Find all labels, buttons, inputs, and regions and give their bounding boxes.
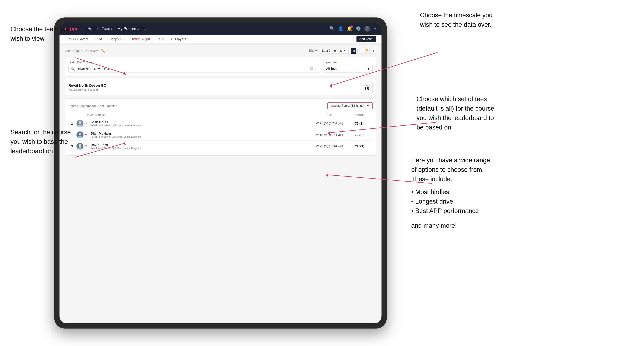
navbar-link-my-performance[interactable]: My Performance — [118, 26, 146, 31]
avatar — [76, 143, 84, 150]
time-period-dropdown[interactable]: Last 3 months ▼ — [320, 48, 348, 54]
navbar-link-teams[interactable]: Teams — [102, 26, 113, 31]
tee-dropdown-container: Select Tee All Tees ▼ — [324, 61, 372, 73]
holes-label: Holes — [364, 84, 370, 86]
player-tee: White (M) (6,744 yds) — [310, 145, 349, 148]
favorite-heart-icon[interactable]: ♥ — [85, 133, 89, 137]
player-score: 72 (E) — [349, 122, 370, 126]
navbar: clippd Home Teams My Performance 🔍 👤 🔔 1… — [60, 23, 382, 35]
leaderboard-title: Course Leaderboard , Last 3 months — [68, 104, 117, 108]
player-name: Blair McHarg — [90, 132, 310, 135]
player-score: 72 (E) — [349, 133, 370, 137]
player-name: Josh Coles — [90, 120, 310, 124]
course-search-container: Find a Golf Course 🔍 Royal North Devon G… — [65, 57, 376, 76]
player-tee: White (M) (6,744 yds) — [310, 133, 349, 137]
navbar-links: Home Teams My Performance — [87, 26, 146, 31]
download-button[interactable]: ⬇ — [371, 48, 376, 54]
view-icons: ⊞ ≡ 🏆 ⬇ — [351, 48, 376, 54]
subnav: PGAT Players PGA Hcaps 1-5 Team Clippd T… — [60, 35, 382, 44]
search-icon[interactable]: 🔍 — [329, 26, 334, 31]
team-controls: Show: Last 3 months ▼ ⊞ ≡ 🏆 ⬇ — [309, 48, 376, 54]
column-score-header: SCORE — [349, 114, 370, 116]
grid-view-button[interactable]: ⊞ — [351, 48, 356, 54]
player-club: Royal North Devon Golf Club, United King… — [90, 147, 310, 150]
player-club: Royal North Devon Golf Club, United King… — [90, 124, 310, 127]
course-search-field[interactable]: 🔍 Royal North Devon GC ✕ ☆ — [68, 65, 320, 73]
team-title: Team Clippd 14 Players — [65, 49, 98, 53]
player-tee: White (M) (6,744 yds) — [310, 122, 349, 125]
annotation-options: Here you have a wide rangeof options to … — [411, 156, 490, 230]
player-info: Josh Coles Royal North Devon Golf Club, … — [90, 120, 310, 127]
table-row: 1 ♥ Josh Coles Royal North Devon Golf Cl… — [68, 118, 372, 129]
player-rows: 1 ♥ Josh Coles Royal North Devon Golf Cl… — [68, 118, 372, 152]
player-rank: 1 — [71, 122, 76, 126]
subnav-hcaps[interactable]: Hcaps 1-5 — [106, 36, 128, 42]
annotation-tees: Choose which set of tees(default is all)… — [416, 94, 494, 132]
team-header: Team Clippd 14 Players ✏️ Show: Last 3 m… — [65, 48, 376, 54]
subnav-pga[interactable]: PGA — [92, 36, 105, 42]
player-rank: 3 — [71, 145, 76, 148]
score-type-dropdown[interactable]: Lowest Score (18 holes) ▼ — [328, 102, 372, 109]
subnav-tour[interactable]: Tour — [154, 36, 166, 42]
table-row: 1 ♥ Blair McHarg Royal North Devon Golf … — [68, 129, 372, 141]
chevron-down-icon: ▼ — [367, 67, 370, 71]
annotation-choose-team: Choose the team youwish to view. — [10, 24, 70, 43]
svg-point-4 — [78, 133, 82, 135]
leaderboard-container: Course Leaderboard , Last 3 months Lowes… — [65, 99, 376, 156]
player-rank: 1 — [71, 133, 76, 137]
profile-icon[interactable]: 👤 — [338, 26, 343, 31]
favorite-heart-icon[interactable]: ♥ — [85, 122, 89, 125]
list-view-button[interactable]: ≡ — [357, 48, 363, 54]
annotation-timescale: Choose the timescale youwish to see the … — [420, 10, 492, 29]
notification-icon[interactable]: 🔔 1 — [347, 26, 352, 31]
chevron-down-icon[interactable]: ▼ — [374, 27, 376, 30]
player-info: Blair McHarg Royal North Devon Golf Club… — [90, 132, 310, 138]
course-location: Westward Ho!, England — [68, 88, 106, 91]
player-score: 73 (+1) — [349, 145, 370, 148]
avatar[interactable]: A — [364, 26, 370, 32]
notification-badge: 1 — [350, 25, 353, 28]
column-player-header: PLAYER NAME — [87, 114, 310, 116]
holes-box: Holes 18 — [361, 82, 372, 93]
clear-search-button[interactable]: ✕ — [310, 67, 313, 70]
chevron-down-icon: ▼ — [343, 49, 346, 53]
column-tee-header: TEE — [310, 114, 349, 116]
chevron-down-icon: ▼ — [366, 104, 370, 108]
avatar — [76, 120, 84, 127]
favorite-heart-icon[interactable]: ♥ — [85, 145, 89, 148]
course-name: Royal North Devon GC — [68, 84, 106, 88]
svg-point-7 — [78, 144, 82, 147]
subnav-all-players[interactable]: All Players — [168, 36, 189, 42]
select-tee-label: Select Tee — [324, 61, 372, 64]
tablet-device: clippd Home Teams My Performance 🔍 👤 🔔 1… — [54, 17, 387, 329]
edit-icon[interactable]: ✏️ — [101, 49, 105, 53]
leaderboard-header: Course Leaderboard , Last 3 months Lowes… — [68, 102, 372, 109]
main-content: Team Clippd 14 Players ✏️ Show: Last 3 m… — [60, 44, 382, 160]
show-label: Show: — [309, 49, 318, 53]
find-course-label: Find a Golf Course — [68, 61, 320, 64]
settings-icon[interactable]: ⚙️ — [356, 26, 361, 31]
tablet-screen: clippd Home Teams My Performance 🔍 👤 🔔 1… — [60, 23, 382, 323]
table-row: 3 ♥ David Ford Royal North Devon Golf Cl… — [68, 141, 372, 152]
navbar-link-home[interactable]: Home — [87, 26, 98, 31]
trophy-view-button[interactable]: 🏆 — [364, 48, 370, 54]
avatar — [76, 131, 84, 138]
search-field-icons: ✕ ☆ — [310, 67, 318, 71]
add-team-button[interactable]: Add Team — [356, 36, 376, 42]
navbar-right: 🔍 👤 🔔 1 ⚙️ A ▼ — [329, 26, 376, 32]
holes-number: 18 — [364, 86, 370, 91]
table-header: PLAYER NAME TEE SCORE — [68, 112, 372, 118]
player-club: Royal North Devon Golf Club, United King… — [90, 135, 310, 138]
annotation-search-course: Search for the courseyou wish to base th… — [10, 128, 71, 156]
player-name: David Ford — [90, 143, 310, 147]
course-result: Royal North Devon GC Westward Ho!, Engla… — [65, 79, 376, 96]
tee-dropdown[interactable]: All Tees ▼ — [324, 65, 372, 72]
svg-point-1 — [78, 121, 82, 124]
subnav-team-clippd[interactable]: Team Clippd — [128, 36, 153, 42]
course-search-value: Royal North Devon GC — [77, 67, 308, 71]
favorite-button[interactable]: ☆ — [315, 67, 318, 71]
search-icon: 🔍 — [71, 67, 75, 71]
player-info: David Ford Royal North Devon Golf Club, … — [90, 143, 310, 150]
